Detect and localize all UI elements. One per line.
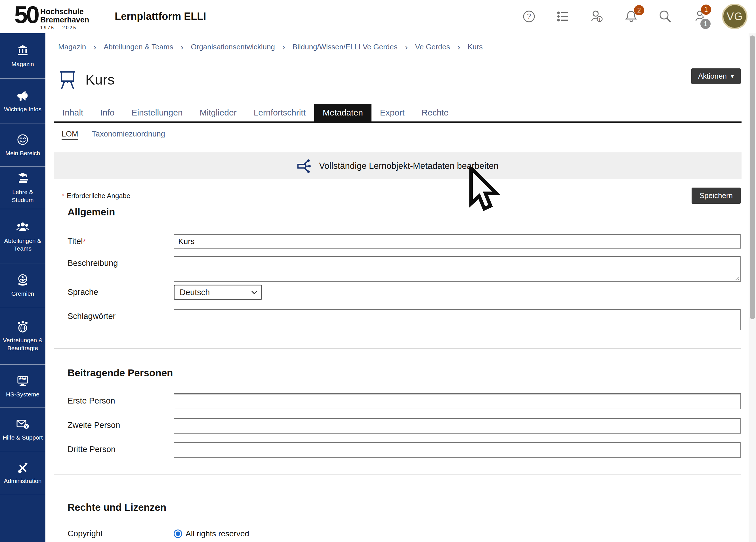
required-asterisk: * bbox=[83, 237, 86, 246]
university-logo: 50 Hochschule Bremerhaven 1975 - 2025 bbox=[14, 3, 89, 30]
globe-people-icon bbox=[16, 320, 30, 333]
app-title: Lernplattform ELLI bbox=[115, 10, 206, 22]
sidebar-item-magazin[interactable]: Magazin bbox=[0, 33, 45, 79]
user-status-icon[interactable]: ! bbox=[590, 10, 604, 23]
sprache-select[interactable]: Deutsch bbox=[174, 285, 262, 300]
form-row-zweite-person: Zweite Person bbox=[58, 418, 741, 434]
edit-full-metadata-banner[interactable]: Vollständige Lernobjekt-Metadaten bearbe… bbox=[54, 152, 742, 179]
actions-button[interactable]: Aktionen ▾ bbox=[691, 68, 741, 84]
breadcrumb-item[interactable]: Bildung/Wissen/ELLI Ve Gerdes bbox=[293, 43, 398, 51]
tab-rechte[interactable]: Rechte bbox=[413, 104, 457, 121]
svg-text:?: ? bbox=[527, 12, 531, 20]
titel-input[interactable] bbox=[174, 234, 741, 249]
beschreibung-label: Beschreibung bbox=[58, 256, 174, 268]
todo-list-icon[interactable] bbox=[556, 10, 570, 23]
form-row-beschreibung: Beschreibung bbox=[58, 256, 741, 283]
zweite-person-label: Zweite Person bbox=[58, 418, 174, 430]
breadcrumb: Magazin › Abteilungen & Teams › Organisa… bbox=[58, 33, 741, 61]
schlagwoerter-input[interactable] bbox=[174, 309, 741, 330]
save-button[interactable]: Speichern bbox=[692, 188, 741, 204]
main-sidebar: Magazin Wichtige Infos Mein Bereich Lehr… bbox=[0, 33, 45, 542]
vertical-scrollbar-thumb[interactable] bbox=[750, 35, 755, 319]
top-header: 50 Hochschule Bremerhaven 1975 - 2025 Le… bbox=[0, 0, 756, 33]
copyright-radio-option: All rights reserved bbox=[174, 529, 741, 538]
sidebar-item-mein-bereich[interactable]: Mein Bereich bbox=[0, 123, 45, 167]
breadcrumb-item[interactable]: Organisationsentwicklung bbox=[191, 43, 275, 51]
bank-icon bbox=[16, 44, 30, 57]
contacts-count-badge: 1 bbox=[700, 19, 711, 29]
logo-name-line2: Bremerhaven bbox=[40, 16, 89, 24]
notifications-bell-icon[interactable]: 2 bbox=[624, 10, 638, 23]
erste-person-label: Erste Person bbox=[58, 393, 174, 406]
section-divider bbox=[54, 348, 741, 349]
help-icon[interactable]: ? bbox=[522, 10, 536, 23]
contacts-new-badge: 1 bbox=[701, 5, 711, 15]
metadata-tree-icon bbox=[297, 159, 312, 173]
caret-down-icon: ▾ bbox=[731, 73, 734, 80]
zweite-person-input[interactable] bbox=[174, 418, 741, 434]
sidebar-item-vertretungen[interactable]: Vertretungen & Beauftragte bbox=[0, 307, 45, 365]
form-row-sprache: Sprache Deutsch bbox=[58, 285, 741, 300]
committee-icon bbox=[16, 273, 30, 287]
copyright-label: Copyright bbox=[58, 529, 174, 538]
books-icon bbox=[16, 172, 30, 185]
breadcrumb-item[interactable]: Abteilungen & Teams bbox=[104, 43, 173, 51]
section-heading-rechte: Rechte und Lizenzen bbox=[58, 502, 741, 513]
tab-lernfortschritt[interactable]: Lernfortschritt bbox=[245, 104, 314, 121]
erste-person-input[interactable] bbox=[174, 393, 741, 409]
form-meta-row: *Erforderliche Angabe Speichern bbox=[58, 188, 741, 203]
form-row-dritte-person: Dritte Person bbox=[58, 442, 741, 458]
subtab-lom[interactable]: LOM bbox=[62, 130, 78, 138]
logo-years: 1975 - 2025 bbox=[40, 25, 89, 30]
copyright-option-label: All rights reserved bbox=[186, 529, 249, 538]
header-icon-bar: ? ! 2 1 1 VG bbox=[502, 4, 747, 29]
tab-info[interactable]: Info bbox=[92, 104, 123, 121]
sidebar-item-gremien[interactable]: Gremien bbox=[0, 264, 45, 307]
tab-inhalt[interactable]: Inhalt bbox=[54, 104, 92, 121]
course-icon bbox=[58, 69, 77, 91]
radio-selected-icon[interactable] bbox=[174, 530, 182, 538]
subtab-taxonomiezuordnung[interactable]: Taxonomiezuordnung bbox=[92, 130, 165, 138]
breadcrumb-item[interactable]: Magazin bbox=[58, 43, 86, 51]
breadcrumb-item[interactable]: Kurs bbox=[468, 43, 483, 51]
dritte-person-input[interactable] bbox=[174, 442, 741, 458]
search-icon[interactable] bbox=[658, 10, 672, 23]
breadcrumb-item[interactable]: Ve Gerdes bbox=[415, 43, 450, 51]
form-row-titel: Titel* bbox=[58, 234, 741, 249]
section-divider bbox=[54, 474, 741, 475]
breadcrumb-separator: › bbox=[282, 42, 285, 52]
titel-label: Titel* bbox=[58, 234, 174, 246]
sidebar-item-wichtige-infos[interactable]: Wichtige Infos bbox=[0, 79, 45, 123]
tab-metadaten[interactable]: Metadaten bbox=[314, 104, 371, 121]
sidebar-item-lehre-studium[interactable]: Lehre & Studium bbox=[0, 167, 45, 209]
sidebar-item-abteilungen-teams[interactable]: Abteilungen & Teams bbox=[0, 209, 45, 264]
tools-icon bbox=[16, 461, 30, 474]
main-content: Magazin › Abteilungen & Teams › Organisa… bbox=[45, 33, 749, 542]
form-row-copyright: Copyright All rights reserved bbox=[58, 529, 741, 538]
breadcrumb-separator: › bbox=[181, 42, 184, 52]
vertical-scrollbar-track[interactable] bbox=[749, 33, 756, 542]
tab-export[interactable]: Export bbox=[371, 104, 413, 121]
user-avatar[interactable]: VG bbox=[722, 4, 747, 29]
section-heading-allgemein: Allgemein bbox=[58, 206, 741, 218]
notifications-badge: 2 bbox=[634, 5, 644, 15]
required-note: *Erforderliche Angabe bbox=[58, 191, 130, 200]
subtab-bar: LOM Taxonomiezuordnung bbox=[58, 127, 741, 140]
dritte-person-label: Dritte Person bbox=[58, 442, 174, 454]
sidebar-item-administration[interactable]: Administration bbox=[0, 451, 45, 494]
smiley-icon bbox=[16, 133, 30, 146]
beschreibung-textarea[interactable] bbox=[174, 256, 741, 282]
mail-help-icon: ? bbox=[16, 417, 30, 431]
banner-label: Vollständige Lernobjekt-Metadaten bearbe… bbox=[319, 161, 499, 171]
breadcrumb-separator: › bbox=[405, 42, 408, 52]
logo-50-glyph: 50 bbox=[14, 3, 38, 26]
chevron-down-icon bbox=[251, 289, 257, 294]
tab-einstellungen[interactable]: Einstellungen bbox=[123, 104, 191, 121]
sidebar-item-hs-systeme[interactable]: *** HS-Systeme bbox=[0, 365, 45, 408]
sidebar-item-hilfe-support[interactable]: ? Hilfe & Support bbox=[0, 408, 45, 451]
svg-text:?: ? bbox=[25, 424, 28, 428]
monitor-icon: *** bbox=[16, 374, 30, 388]
page-title-row: Kurs Aktionen ▾ bbox=[58, 66, 741, 93]
tab-mitglieder[interactable]: Mitglieder bbox=[191, 104, 245, 121]
contacts-icon[interactable]: 1 1 bbox=[692, 10, 706, 23]
